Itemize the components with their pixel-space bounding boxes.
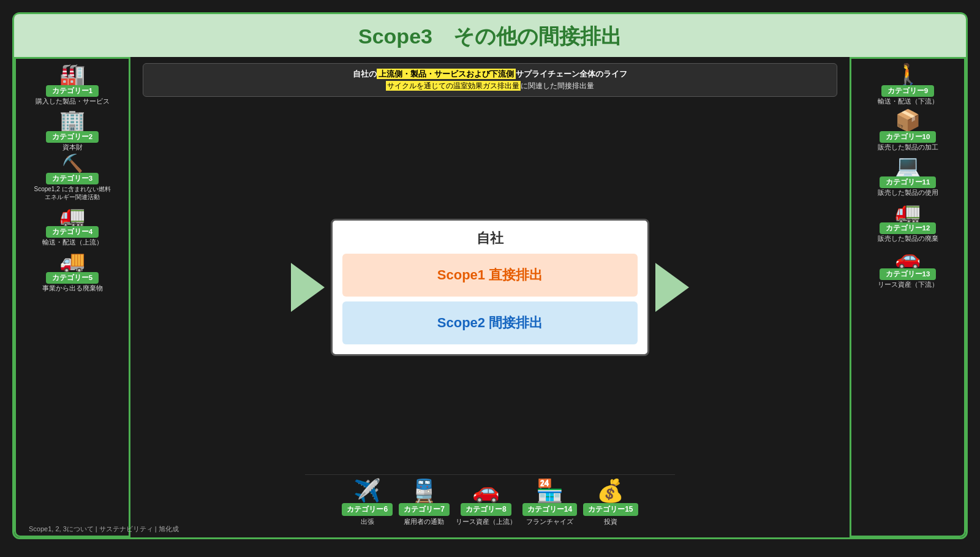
- scope1-box: Scope1 直接排出: [342, 254, 638, 297]
- desc-line2: サイクルを通じての温室効果ガス排出量に関連した間接排出量: [153, 81, 827, 91]
- sidebar-item-cat2: 🏢 カテゴリー2 資本財: [18, 110, 126, 152]
- sidebar-item-cat12: 🚛 カテゴリー12 販売した製品の廃棄: [854, 201, 962, 243]
- sidebar-item-cat11: 💻 カテゴリー11 販売した製品の使用: [854, 155, 962, 197]
- company-section: 自社 Scope1 直接排出 Scope2 間接排出: [143, 100, 837, 474]
- cat5-label: カテゴリー5: [46, 272, 99, 284]
- cat11-sub: 販売した製品の使用: [878, 189, 938, 197]
- bottom-cat7: 🚆 カテゴリー7 雇用者の通勤: [399, 480, 450, 526]
- description-box: 自社の上流側・製品・サービスおよび下流側サプライチェーン全体のライフ サイクルを…: [143, 63, 837, 97]
- cat6-sub: 出張: [361, 517, 374, 526]
- cat6-label: カテゴリー6: [342, 503, 393, 516]
- laptop-icon: 💻: [895, 155, 921, 176]
- arrow-left-icon: [291, 263, 325, 312]
- bottom-cat6: ✈️ カテゴリー6 出張: [342, 480, 393, 526]
- desc-highlight-2: サイクルを通じての温室効果ガス排出量: [386, 81, 521, 91]
- train-icon: 🚆: [410, 480, 438, 502]
- right-sidebar: 🚶 カテゴリー9 輸送・配送（下流） 📦 カテゴリー10 販売した製品の加工 💻…: [850, 57, 966, 537]
- sidebar-item-cat1: 🏭 カテゴリー1 購入した製品・サービス: [18, 64, 126, 106]
- scope1-label: Scope1 直接排出: [437, 267, 543, 282]
- airplane-icon: ✈️: [353, 480, 381, 502]
- bottom-cat15: 💰 カテゴリー15 投資: [583, 480, 638, 526]
- cat11-label: カテゴリー11: [880, 176, 937, 188]
- sidebar-item-cat13: 🚗 カテゴリー13 リース資産（下流）: [854, 247, 962, 289]
- cat1-sub: 購入した製品・サービス: [36, 97, 110, 106]
- cat9-label: カテゴリー9: [881, 85, 934, 97]
- cat7-sub: 雇用者の通勤: [404, 517, 444, 526]
- cat15-sub: 投資: [604, 517, 617, 526]
- cat8-sub: リース資産（上流）: [456, 517, 516, 526]
- cat10-label: カテゴリー10: [880, 131, 937, 143]
- cat3-label: カテゴリー3: [46, 173, 99, 184]
- cat5-sub: 事業から出る廃棄物: [42, 284, 103, 293]
- sidebar-item-cat4: 🚛 カテゴリー4 輸送・配送（上流）: [18, 205, 126, 247]
- package-icon: 📦: [895, 110, 921, 131]
- franchise-icon: 🏪: [536, 480, 564, 502]
- page-title: Scope3 その他の間接排出: [14, 23, 966, 51]
- investment-icon: 💰: [597, 480, 624, 502]
- desc-highlight-1: 上流側・製品・サービスおよび下流側: [377, 69, 516, 79]
- company-box: 自社 Scope1 直接排出 Scope2 間接排出: [331, 219, 649, 356]
- desc-text-2: サプライチェーン全体のライフ: [516, 69, 627, 78]
- bottom-cat14: 🏪 カテゴリー14 フランチャイズ: [522, 480, 577, 526]
- center-area: 自社の上流側・製品・サービスおよび下流側サプライチェーン全体のライフ サイクルを…: [130, 57, 850, 537]
- desc-text-3: に関連した間接排出量: [521, 81, 594, 90]
- cat2-label: カテゴリー2: [46, 131, 99, 143]
- building-icon: 🏢: [59, 110, 85, 131]
- cat4-sub: 輸送・配送（上流）: [42, 238, 103, 247]
- bottom-cat8: 🚗 カテゴリー8 リース資産（上流）: [456, 480, 516, 526]
- cat13-label: カテゴリー13: [880, 268, 937, 280]
- cat12-label: カテゴリー12: [880, 222, 937, 234]
- cat14-label: カテゴリー14: [522, 503, 577, 516]
- cat10-sub: 販売した製品の加工: [878, 143, 938, 152]
- fuel-icon: ⛏️: [62, 155, 83, 172]
- cat2-sub: 資本財: [62, 143, 83, 152]
- left-sidebar: 🏭 カテゴリー1 購入した製品・サービス 🏢 カテゴリー2 資本財 ⛏️ カテゴ…: [14, 57, 130, 537]
- desc-text-1: 自社の: [353, 69, 377, 78]
- cat12-sub: 販売した製品の廃棄: [878, 235, 938, 243]
- title-bar: Scope3 その他の間接排出: [14, 14, 966, 57]
- arrow-right-icon: [655, 263, 689, 312]
- waste-truck-icon: 🚚: [59, 251, 85, 271]
- bottom-categories-row: ✈️ カテゴリー6 出張 🚆 カテゴリー7 雇用者の通勤 🚗 カテゴリー8 リー…: [305, 474, 674, 531]
- factory-icon: 🏭: [59, 64, 85, 85]
- scope2-box: Scope2 間接排出: [342, 301, 638, 344]
- car-downstream-icon: 🚗: [895, 247, 921, 268]
- cat7-label: カテゴリー7: [399, 503, 450, 516]
- cat4-label: カテゴリー4: [46, 226, 99, 238]
- delivery-person-icon: 🚶: [895, 64, 921, 85]
- cat9-sub: 輸送・配送（下流）: [878, 97, 938, 106]
- sidebar-item-cat3: ⛏️ カテゴリー3 Scope1,2 に含まれない燃料エネルギー関連活動: [18, 155, 126, 201]
- footer-credit: Scope1, 2, 3について | サステナビリティ | 旭化成: [17, 523, 191, 535]
- cat1-label: カテゴリー1: [46, 85, 99, 97]
- sidebar-item-cat9: 🚶 カテゴリー9 輸送・配送（下流）: [854, 64, 962, 106]
- cat13-sub: リース資産（下流）: [878, 281, 938, 289]
- sidebar-item-cat10: 📦 カテゴリー10 販売した製品の加工: [854, 110, 962, 152]
- cat14-sub: フランチャイズ: [526, 517, 573, 526]
- main-container: Scope3 その他の間接排出 🏭 カテゴリー1 購入した製品・サービス 🏢 カ…: [12, 12, 968, 539]
- content-area: 🏭 カテゴリー1 購入した製品・サービス 🏢 カテゴリー2 資本財 ⛏️ カテゴ…: [14, 57, 966, 537]
- sidebar-item-cat5: 🚚 カテゴリー5 事業から出る廃棄物: [18, 251, 126, 293]
- waste-truck2-icon: 🚛: [895, 201, 921, 222]
- truck-upstream-icon: 🚛: [59, 205, 85, 225]
- cat8-label: カテゴリー8: [461, 503, 511, 516]
- cat15-label: カテゴリー15: [583, 503, 638, 516]
- cat3-sub: Scope1,2 に含まれない燃料エネルギー関連活動: [34, 185, 110, 201]
- company-title: 自社: [342, 229, 638, 248]
- scope2-label: Scope2 間接排出: [437, 315, 543, 330]
- car-upstream-icon: 🚗: [472, 480, 500, 502]
- desc-line1: 自社の上流側・製品・サービスおよび下流側サプライチェーン全体のライフ: [153, 69, 827, 80]
